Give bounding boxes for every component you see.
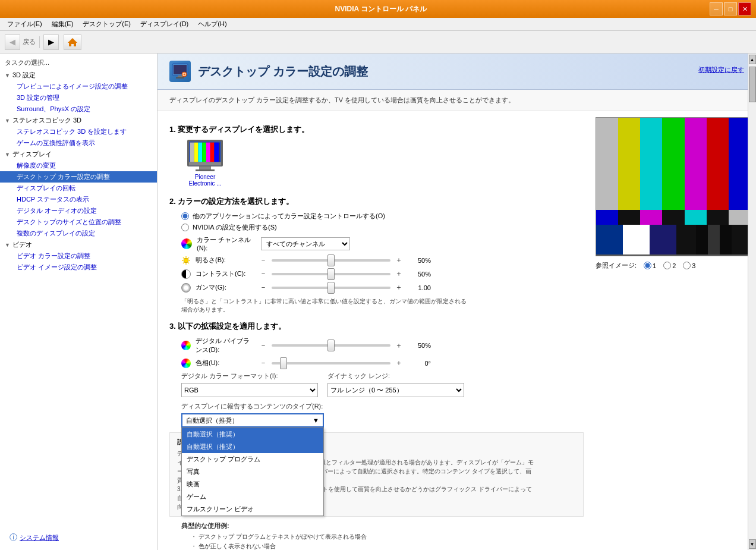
dropdown-option-auto-highlight[interactable]: 自動選択（推奨） bbox=[182, 441, 323, 453]
sidebar-item-multi-display[interactable]: 複数のディスプレイの設定 bbox=[0, 228, 157, 239]
vibrance-thumb[interactable] bbox=[327, 340, 335, 351]
menu-file[interactable]: ファイル(E) bbox=[2, 18, 47, 30]
dropdown-option-fullscreen[interactable]: フルスクリーン ビデオ bbox=[182, 503, 323, 516]
contrast-thumb[interactable] bbox=[327, 268, 335, 280]
radio-app-control-input[interactable] bbox=[181, 212, 189, 220]
gamma-thumb[interactable] bbox=[327, 282, 335, 294]
restore-button[interactable]: □ bbox=[724, 2, 737, 15]
dynamic-range-select[interactable]: フル レンジ（0 〜 255） 制限レンジ（16 〜 235） bbox=[327, 383, 464, 397]
dropdown-option-desktop[interactable]: デスクトップ プログラム bbox=[182, 453, 323, 466]
dropdown-trigger[interactable]: 自動選択（推奨） ▼ bbox=[181, 413, 324, 428]
bbar-white bbox=[623, 225, 650, 254]
ref-radio-2[interactable]: 2 bbox=[663, 262, 676, 269]
monitor-selector[interactable]: Pioneer Electronic ... bbox=[181, 140, 229, 187]
scrollbar-vertical[interactable]: ▲ ▼ bbox=[748, 54, 756, 550]
system-info-label[interactable]: システム情報 bbox=[20, 533, 59, 542]
scroll-up-button[interactable]: ▲ bbox=[749, 55, 756, 64]
radio-nvidia-control-input[interactable] bbox=[181, 224, 189, 231]
menu-display[interactable]: ディスプレイ(D) bbox=[136, 18, 193, 30]
sidebar-item-resolution[interactable]: 解像度の変更 bbox=[0, 160, 157, 171]
expand-icon-display: ▼ bbox=[5, 152, 10, 158]
sidebar-item-surround[interactable]: Surround、PhysX の設定 bbox=[0, 103, 157, 115]
system-info-link[interactable]: ⓘ システム情報 bbox=[5, 531, 64, 544]
vibrance-track[interactable] bbox=[272, 344, 390, 347]
format-select[interactable]: RGB YCbCr444 YCbCr422 bbox=[181, 383, 318, 397]
content-type-dropdown[interactable]: 自動選択（推奨） ▼ 自動選択（推奨） 自動選択（推奨） デスクトップ プログラ… bbox=[181, 413, 324, 428]
radio-nvidia-control-label: NVIDIA の設定を使用する(S) bbox=[193, 223, 277, 232]
sidebar-item-game-compat[interactable]: ゲームの互換性評価を表示 bbox=[0, 137, 157, 149]
hue-icon bbox=[181, 359, 191, 368]
home-icon bbox=[67, 37, 78, 48]
channel-select[interactable]: すべてのチャンネル bbox=[261, 237, 350, 250]
brightness-track[interactable] bbox=[272, 259, 390, 262]
sidebar-item-rotation[interactable]: ディスプレイの回転 bbox=[0, 183, 157, 194]
contrast-track[interactable] bbox=[272, 273, 390, 275]
bar-red bbox=[707, 118, 729, 210]
display-selector: Pioneer Electronic ... bbox=[181, 140, 584, 187]
scroll-down-button[interactable]: ▼ bbox=[749, 539, 756, 549]
reset-link[interactable]: 初期設定に戻す bbox=[698, 65, 744, 74]
hue-thumb[interactable] bbox=[280, 357, 287, 369]
gbar-magenta bbox=[640, 210, 662, 225]
menu-bar: ファイル(E) 編集(E) デスクトップ(E) ディスプレイ(D) ヘルプ(H) bbox=[0, 18, 756, 31]
dynamic-range-group: ダイナミック レンジ: フル レンジ（0 〜 255） 制限レンジ（16 〜 2… bbox=[327, 372, 464, 397]
radio-nvidia-control[interactable]: NVIDIA の設定を使用する(S) bbox=[181, 223, 584, 232]
scroll-thumb[interactable] bbox=[749, 67, 756, 102]
sidebar-item-audio[interactable]: デジタル オーディオの設定 bbox=[0, 205, 157, 216]
channel-label: カラー チャンネル(N): bbox=[197, 235, 256, 252]
content-area: デスクトップ カラー設定の調整 初期設定に戻す ディスプレイのデスクトップ カラ… bbox=[158, 54, 756, 550]
sidebar-item-desktop-color[interactable]: デスクトップ カラー設定の調整 bbox=[0, 171, 157, 183]
hue-track[interactable] bbox=[272, 362, 390, 364]
section2-title: 2. カラーの設定方法を選択します。 bbox=[169, 196, 584, 207]
ref-radio-3[interactable]: 3 bbox=[683, 262, 695, 269]
gamma-track[interactable] bbox=[272, 287, 390, 289]
svg-rect-12 bbox=[202, 142, 206, 162]
ref-radio-1-input[interactable] bbox=[644, 262, 651, 269]
sidebar-group-display[interactable]: ▼ ディスプレイ bbox=[0, 149, 157, 160]
gray-bars bbox=[596, 210, 751, 225]
ref-radio-3-input[interactable] bbox=[683, 262, 691, 269]
brightness-thumb[interactable] bbox=[327, 254, 335, 266]
monitor-label: Pioneer Electronic ... bbox=[181, 174, 229, 187]
dropdown-option-game[interactable]: ゲーム bbox=[182, 491, 323, 503]
vibrance-minus: － bbox=[260, 341, 267, 351]
sidebar-item-video-image[interactable]: ビデオ イメージ設定の調整 bbox=[0, 262, 157, 273]
dropdown-option-auto[interactable]: 自動選択（推奨） bbox=[182, 428, 323, 441]
radio-app-control[interactable]: 他のアプリケーションによってカラー設定をコントロールする(O) bbox=[181, 212, 584, 221]
contrast-icon bbox=[181, 269, 191, 279]
dropdown-option-movie[interactable]: 映画 bbox=[182, 478, 323, 491]
sidebar-group-3d[interactable]: ▼ 3D 設定 bbox=[0, 70, 157, 81]
ref-radio-1[interactable]: 1 bbox=[644, 262, 656, 269]
home-button[interactable] bbox=[64, 34, 81, 50]
svg-line-23 bbox=[188, 262, 190, 263]
contrast-label: コントラスト(C): bbox=[196, 269, 255, 278]
vibrance-value: 50% bbox=[407, 342, 431, 349]
sidebar-group-stereo[interactable]: ▼ ステレオスコピック 3D bbox=[0, 115, 157, 126]
format-label: デジタル カラー フォーマット(I): bbox=[181, 372, 318, 381]
dropdown-option-photo[interactable]: 写真 bbox=[182, 466, 323, 478]
gamma-plus: ＋ bbox=[395, 282, 402, 293]
close-button[interactable]: ✕ bbox=[738, 2, 751, 15]
gamma-minus: － bbox=[260, 282, 267, 293]
hue-value: 0° bbox=[407, 360, 431, 367]
sidebar-item-preview[interactable]: プレビューによるイメージ設定の調整 bbox=[0, 81, 157, 92]
menu-help[interactable]: ヘルプ(H) bbox=[193, 18, 231, 30]
menu-desktop[interactable]: デスクトップ(E) bbox=[78, 18, 136, 30]
sidebar-item-desktop-size[interactable]: デスクトップのサイズと位置の調整 bbox=[0, 216, 157, 228]
radio-app-control-label: 他のアプリケーションによってカラー設定をコントロールする(O) bbox=[193, 212, 385, 221]
content-icon bbox=[169, 61, 191, 82]
sidebar-item-3d-manage[interactable]: 3D 設定の管理 bbox=[0, 92, 157, 103]
window-title: NVIDIA コントロール パネル bbox=[52, 4, 710, 14]
sidebar-group-video[interactable]: ▼ ビデオ bbox=[0, 239, 157, 250]
sidebar-item-video-color[interactable]: ビデオ カラー設定の調整 bbox=[0, 250, 157, 262]
content-description: ディスプレイのデスクトップ カラー設定を調整するか、TV を使用している場合は画… bbox=[158, 90, 756, 111]
sidebar-item-hdcp[interactable]: HDCP ステータスの表示 bbox=[0, 194, 157, 205]
minimize-button[interactable]: ─ bbox=[710, 2, 723, 15]
hue-plus: ＋ bbox=[395, 358, 402, 368]
ref-radio-2-input[interactable] bbox=[663, 262, 671, 269]
sidebar-item-stereo-setup[interactable]: ステレオスコピック 3D を設定します bbox=[0, 126, 157, 137]
forward-button[interactable]: ▶ bbox=[43, 34, 59, 50]
color-note: 「明るさ」と「コントラスト」に非常に高い値と非常に低い値を設定すると、ガンマ値の… bbox=[181, 297, 467, 314]
back-button[interactable]: ◀ bbox=[5, 34, 20, 50]
menu-edit[interactable]: 編集(E) bbox=[47, 18, 78, 30]
